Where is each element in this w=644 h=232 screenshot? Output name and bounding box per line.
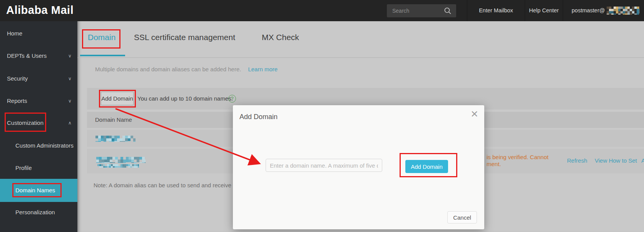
enter-mailbox-button[interactable]: Enter Mailbox xyxy=(467,0,525,21)
add-domain-modal: Add Domain × Add Domain Cancel xyxy=(233,105,484,229)
sidebar-item-reports[interactable]: Reports∨ xyxy=(0,95,77,107)
learn-more-link[interactable]: Learn more xyxy=(248,66,278,72)
domain-limit-text: You can add up to 10 domain names. xyxy=(137,93,233,104)
sidebar-item-customization[interactable]: Customization∧ xyxy=(0,117,77,129)
redacted-domain-name[interactable] xyxy=(95,136,135,142)
add-alias-link-clipped[interactable]: A xyxy=(641,157,644,164)
sidebar-item-home[interactable]: Home xyxy=(0,28,77,39)
chevron-up-icon: ∧ xyxy=(68,117,72,129)
tab-domain[interactable]: Domain xyxy=(88,32,115,43)
tab-ssl-certificate-management[interactable]: SSL certificate management xyxy=(134,32,235,43)
topbar-divider xyxy=(563,0,563,21)
verification-status-text: ment. xyxy=(487,161,501,167)
add-domain-button[interactable]: Add Domain xyxy=(101,92,134,105)
refresh-link[interactable]: Refresh xyxy=(567,157,587,164)
domain-name-input[interactable] xyxy=(266,159,382,172)
sidebar-item-depts-users[interactable]: DEPTs & Users∨ xyxy=(0,50,77,62)
search-icon[interactable] xyxy=(444,7,452,16)
help-question-icon[interactable]: ? xyxy=(228,95,236,103)
sidebar-item-profile[interactable]: Profile xyxy=(0,162,77,174)
help-center-button[interactable]: Help Center xyxy=(525,0,563,21)
search-input[interactable] xyxy=(387,4,441,17)
redacted-account-domain xyxy=(607,7,639,15)
app-logo: Alibaba Mail xyxy=(6,4,74,17)
account-menu[interactable]: postmaster@ xyxy=(572,0,605,21)
redacted-domain-name xyxy=(97,164,139,168)
sidebar: Home DEPTs & Users∨ Security∨ Reports∨ C… xyxy=(0,21,77,232)
verification-status-text: is being verified. Cannot xyxy=(487,154,549,160)
chevron-down-icon: ∨ xyxy=(68,50,72,62)
sidebar-item-custom-administrators[interactable]: Custom Administrators xyxy=(0,140,77,151)
redacted-domain-name[interactable] xyxy=(96,157,146,163)
active-tab-underline xyxy=(80,55,125,56)
top-bar: Alibaba Mail Enter Mailbox Help Center p… xyxy=(0,0,644,21)
view-how-to-set-link[interactable]: View How to Set xyxy=(595,157,637,164)
alias-note-text: Note: A domain alias can be used to send… xyxy=(94,182,236,188)
modal-add-domain-button[interactable]: Add Domain xyxy=(405,160,448,173)
intro-text: Multiple domains and domain aliases can … xyxy=(95,66,241,72)
app-root: Alibaba Mail Enter Mailbox Help Center p… xyxy=(0,0,644,232)
close-icon[interactable]: × xyxy=(471,106,478,121)
tab-mx-check[interactable]: MX Check xyxy=(262,32,299,43)
modal-title: Add Domain xyxy=(239,113,278,121)
search-box[interactable] xyxy=(387,4,456,17)
sidebar-item-domain-names[interactable]: Domain Names xyxy=(0,185,77,196)
account-label: postmaster@ xyxy=(572,7,605,13)
tab-bar: Domain SSL certificate management MX Che… xyxy=(77,21,644,58)
intro-text-row: Multiple domains and domain aliases can … xyxy=(95,66,278,73)
chevron-down-icon: ∨ xyxy=(68,73,72,84)
chevron-down-icon: ∨ xyxy=(68,95,72,107)
column-header-domain-name: Domain Name xyxy=(95,112,132,128)
sidebar-item-personalization[interactable]: Personalization xyxy=(0,207,77,218)
sidebar-item-security[interactable]: Security∨ xyxy=(0,73,77,84)
modal-cancel-button[interactable]: Cancel xyxy=(447,211,477,224)
